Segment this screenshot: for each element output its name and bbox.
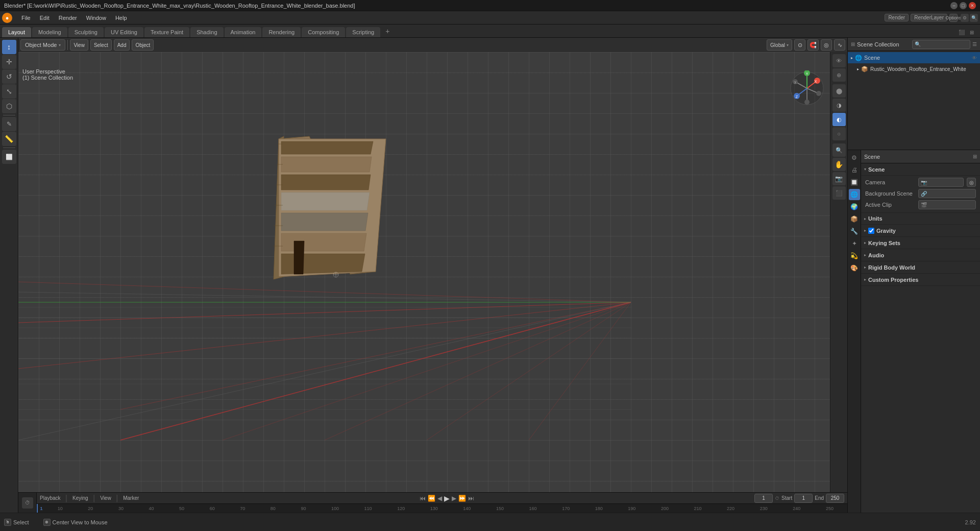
3d-viewport[interactable]: User Perspective (1) Scene Collection X: [18, 52, 847, 492]
annotate-tool[interactable]: ✎: [2, 117, 16, 131]
tab-uv-editing[interactable]: UV Editing: [105, 27, 143, 37]
select-menu-btn[interactable]: Select: [90, 39, 112, 51]
search-viewport-btn[interactable]: 🔍: [832, 143, 846, 157]
outliner-object-item[interactable]: ▸ 📦 Rustic_Wooden_Rooftop_Entrance_White: [848, 63, 980, 75]
outliner-search[interactable]: 🔍: [912, 40, 970, 49]
visibility-btn[interactable]: ◎: [821, 39, 832, 51]
timeline-track[interactable]: 1 10 20 30 40 50 60 70 80 90: [37, 504, 847, 513]
camera-field[interactable]: 📷: [918, 178, 964, 187]
gravity-section-btn[interactable]: ▸ Gravity: [861, 225, 980, 237]
view-menu-timeline[interactable]: View: [100, 495, 111, 501]
marker-menu[interactable]: Marker: [123, 495, 139, 501]
viewport-gizmos-btn[interactable]: ⊕: [832, 68, 846, 82]
add-workspace-button[interactable]: +: [381, 25, 394, 37]
options-button[interactable]: Options: [949, 14, 958, 22]
tab-sculpting[interactable]: Sculpting: [68, 27, 104, 37]
scene-props-tab[interactable]: 🌐: [849, 189, 860, 200]
viewport-overlays-btn[interactable]: 👁: [832, 54, 846, 67]
status-icon-1[interactable]: 🖱: [4, 519, 11, 526]
custom-props-section-btn[interactable]: ▸ Custom Properties: [861, 274, 980, 286]
audio-section-btn[interactable]: ▸ Audio: [861, 249, 980, 261]
add-menu-btn[interactable]: Add: [114, 39, 130, 51]
start-frame-input[interactable]: 1: [794, 494, 813, 503]
rendered-mode-btn[interactable]: ◐: [832, 113, 846, 126]
viewport-icon-bar[interactable]: ⬛: [957, 28, 967, 37]
tab-scripting[interactable]: Scripting: [346, 27, 380, 37]
global-selector[interactable]: Global ▾: [767, 39, 792, 51]
playback-menu[interactable]: Playback: [40, 495, 61, 501]
viewport-split-icon[interactable]: ⊞: [968, 28, 976, 37]
menu-file[interactable]: File: [17, 14, 35, 22]
status-icon-2[interactable]: ⊕: [43, 519, 51, 526]
keying-sets-section-btn[interactable]: ▸ Keying Sets: [861, 237, 980, 249]
play-btn[interactable]: ▶: [444, 494, 450, 502]
jump-end-btn[interactable]: ⏭: [468, 495, 474, 502]
axis-gizmo[interactable]: X X Y: [789, 70, 825, 108]
tab-texture-paint[interactable]: Texture Paint: [144, 27, 189, 37]
prev-frame-btn[interactable]: ◀: [437, 495, 442, 502]
outliner-scene-item[interactable]: ▸ 🌐 Scene 👁: [848, 52, 980, 63]
view-menu-btn[interactable]: View: [70, 39, 88, 51]
material-tab[interactable]: 🎨: [849, 262, 860, 274]
tab-animation[interactable]: Animation: [225, 27, 262, 37]
render-engine-selector[interactable]: Render: [885, 14, 909, 21]
camera-picker-btn[interactable]: ◎: [967, 178, 976, 187]
move-tool[interactable]: ↕: [2, 40, 16, 54]
view-layer-tab[interactable]: 🔲: [849, 177, 860, 188]
rigid-body-section-btn[interactable]: ▸ Rigid Body World: [861, 261, 980, 274]
object-menu-btn[interactable]: Object: [132, 39, 154, 51]
ortho-icon[interactable]: ⬛: [832, 186, 846, 200]
render-props-tab[interactable]: ⚙: [849, 152, 860, 163]
background-scene-field[interactable]: 🔗: [918, 189, 976, 198]
object-props-tab[interactable]: 📦: [849, 213, 860, 225]
wireframe-mode-btn[interactable]: ○: [832, 127, 846, 140]
close-button[interactable]: ✕: [969, 2, 976, 9]
hand-tool-btn[interactable]: ✋: [832, 158, 846, 171]
solid-mode-btn[interactable]: ⬤: [832, 84, 846, 98]
settings-icon[interactable]: ⚙: [961, 14, 969, 22]
menu-help[interactable]: Help: [111, 14, 131, 22]
particles-tab[interactable]: ✦: [849, 238, 860, 249]
next-keyframe-btn[interactable]: ⏩: [458, 495, 466, 502]
jump-start-btn[interactable]: ⏮: [420, 495, 426, 502]
tab-layout[interactable]: Layout: [2, 27, 31, 37]
output-props-tab[interactable]: 🖨: [849, 164, 860, 176]
menu-window[interactable]: Window: [82, 14, 110, 22]
render-layer-selector[interactable]: RenderLayer: [911, 14, 947, 21]
snap-btn[interactable]: 🧲: [807, 39, 819, 51]
end-frame-input[interactable]: 250: [826, 494, 844, 503]
proportional-edit-btn[interactable]: ⊙: [794, 39, 805, 51]
material-mode-btn[interactable]: ◑: [832, 99, 846, 112]
tab-compositing[interactable]: Compositing: [302, 27, 345, 37]
prev-keyframe-btn[interactable]: ⏪: [428, 495, 435, 502]
graph-btn[interactable]: ∿: [834, 39, 845, 51]
physics-tab[interactable]: 💫: [849, 250, 860, 261]
keying-menu[interactable]: Keying: [72, 495, 88, 501]
next-frame-btn[interactable]: ▶: [452, 495, 456, 502]
props-options-btn[interactable]: ⊞: [973, 154, 977, 159]
tab-rendering[interactable]: Rendering: [262, 27, 301, 37]
camera-icon[interactable]: 📷: [832, 172, 846, 185]
outliner-filter-icon[interactable]: ☰: [972, 41, 977, 47]
menu-edit[interactable]: Edit: [36, 14, 54, 22]
modifier-props-tab[interactable]: 🔧: [849, 226, 860, 237]
menu-render[interactable]: Render: [55, 14, 81, 22]
maximize-button[interactable]: □: [960, 2, 967, 9]
world-props-tab[interactable]: 🌍: [849, 201, 860, 212]
tab-shading[interactable]: Shading: [190, 27, 223, 37]
scene-eye-icon[interactable]: 👁: [972, 55, 977, 61]
rotate-tool[interactable]: ↺: [2, 69, 16, 84]
gravity-checkbox[interactable]: [868, 228, 874, 234]
minimize-button[interactable]: –: [950, 2, 958, 9]
scene-section-collapse-btn[interactable]: ▾ Scene: [861, 163, 980, 176]
object-mode-selector[interactable]: Object Mode ▾: [20, 39, 65, 51]
add-cube-tool[interactable]: ⬜: [2, 150, 16, 164]
tab-modeling[interactable]: Modeling: [32, 27, 67, 37]
current-frame-input[interactable]: 1: [754, 494, 773, 503]
scale-tool[interactable]: ⤡: [2, 84, 16, 99]
cursor-tool[interactable]: ✛: [2, 55, 16, 69]
units-section-btn[interactable]: ▸ Units: [861, 212, 980, 225]
measure-tool[interactable]: 📏: [2, 132, 16, 146]
transform-tool[interactable]: ⬡: [2, 99, 16, 113]
active-clip-field[interactable]: 🎬: [918, 200, 976, 209]
